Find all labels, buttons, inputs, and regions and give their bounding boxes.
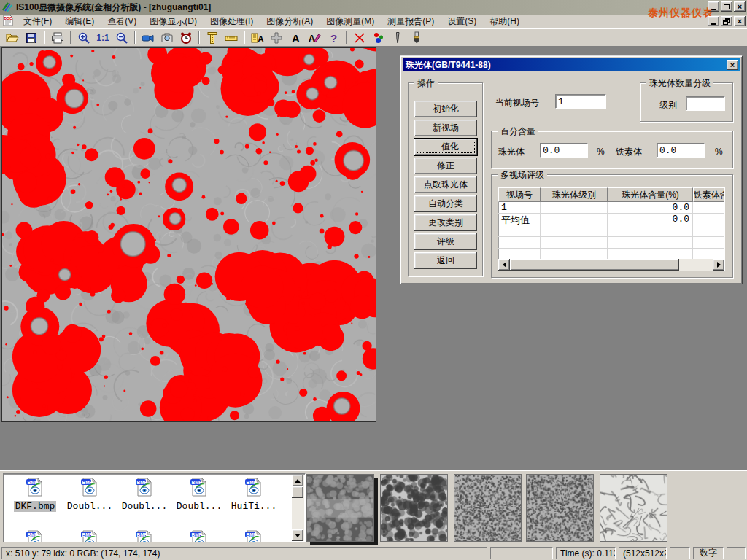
thumbnail-2[interactable] [380, 474, 448, 542]
column-header[interactable]: 珠光体含量(%) [608, 187, 693, 202]
zoom-out-button[interactable] [112, 30, 131, 46]
brush-button[interactable] [407, 30, 426, 46]
specimen-image[interactable] [1, 47, 376, 422]
minimize-button[interactable] [708, 1, 719, 12]
maximize-button[interactable] [721, 1, 732, 12]
file-item[interactable]: BMP [227, 529, 281, 542]
menu-item[interactable]: 图像分析(A) [260, 15, 320, 27]
help-button[interactable]: ? [324, 30, 343, 46]
scroll-left-button[interactable] [498, 259, 510, 271]
file-item[interactable]: BMPDoubl... [172, 477, 226, 512]
menu-item[interactable]: 图像显示(D) [143, 15, 204, 27]
file-item[interactable]: BMPDKF.bmp [8, 477, 62, 512]
ruler-button[interactable] [222, 30, 241, 46]
file-name[interactable]: Doubl... [120, 501, 169, 512]
thumbnail-4[interactable] [526, 474, 594, 542]
menu-item[interactable]: 图像测量(M) [320, 15, 381, 27]
table-row[interactable]: 平均值0.0 [498, 214, 724, 225]
percent-group: 百分含量 珠光体 % 铁素体 % [491, 131, 733, 168]
table-row[interactable] [498, 225, 724, 237]
column-header[interactable]: 视场号 [498, 187, 541, 202]
pearlite-dialog: 珠光体(GB/T9441-88) × 操作 初始化新视场二值化修正点取珠光体自动… [400, 55, 743, 284]
text-button[interactable]: A [286, 30, 305, 46]
zoom-in-button[interactable] [74, 30, 93, 46]
op-button-3[interactable]: 二值化 [414, 139, 477, 155]
op-button-8[interactable]: 评级 [414, 233, 477, 250]
mdi-close-button[interactable]: × [734, 16, 746, 26]
op-button-2[interactable]: 新视场 [414, 120, 477, 136]
scrollbar-thumb[interactable] [510, 259, 679, 271]
level-input[interactable] [686, 96, 725, 111]
measure-label-button[interactable]: A [248, 30, 267, 46]
file-name[interactable]: Doubl... [175, 501, 223, 512]
snapshot-button[interactable] [158, 30, 177, 46]
video-camera-button[interactable] [139, 30, 158, 46]
menu-item[interactable]: 帮助(H) [483, 15, 526, 27]
thumbnail-1[interactable] [306, 474, 374, 542]
op-button-4[interactable]: 修正 [414, 158, 477, 174]
column-header[interactable]: 珠光体级别 [541, 187, 608, 202]
menu-item[interactable]: 图像处理(I) [204, 15, 260, 27]
save-button[interactable] [22, 30, 41, 46]
table-horizontal-scrollbar[interactable] [498, 259, 724, 271]
timer-button[interactable] [177, 30, 196, 46]
annotate-button[interactable]: A [305, 30, 324, 46]
file-item[interactable]: BMP [117, 529, 171, 542]
print-button[interactable] [48, 30, 67, 46]
table-row[interactable] [498, 237, 724, 249]
thumbnail-5[interactable] [600, 474, 667, 542]
open-button[interactable] [3, 30, 22, 46]
caliper-button[interactable] [203, 30, 222, 46]
thumbnail-3[interactable] [454, 474, 522, 542]
menu-item[interactable]: 设置(S) [441, 15, 483, 27]
actual-size-button[interactable]: 1:1 [93, 30, 112, 46]
measure-label-icon: A [251, 31, 264, 44]
file-item[interactable]: BMP [63, 529, 117, 542]
op-button-7[interactable]: 更改类别 [414, 214, 477, 231]
table-row[interactable]: 10.0 [498, 202, 724, 214]
file-item[interactable]: BMPHuiTi... [227, 477, 281, 512]
document-icon[interactable]: DOC [2, 15, 14, 28]
mdi-restore-button[interactable] [721, 16, 732, 26]
ferrite-percent-input[interactable] [657, 143, 705, 158]
scroll-right-button[interactable] [713, 259, 724, 271]
scroll-up-button[interactable] [292, 475, 303, 486]
file-item[interactable]: BMPDoubl... [63, 477, 117, 512]
file-list[interactable]: BMPDKF.bmpBMPDoubl...BMPDoubl...BMPDoubl… [3, 473, 306, 542]
phase-particles-button[interactable] [369, 30, 388, 46]
dialog-title-bar[interactable]: 珠光体(GB/T9441-88) × [403, 58, 740, 71]
close-button[interactable]: × [734, 1, 746, 12]
menu-item[interactable]: 测量报告(P) [381, 15, 441, 27]
dialog-close-button[interactable]: × [727, 60, 738, 70]
level-label: 级别 [659, 99, 677, 112]
file-item[interactable]: BMP [172, 529, 226, 542]
phase-particles-icon [372, 31, 385, 44]
curve-edit-button[interactable] [350, 30, 369, 46]
curve-edit-icon [353, 31, 366, 44]
rating-table[interactable]: 视场号珠光体级别珠光体含量(%)铁素体含量(%) 10.0平均值0.0 [498, 187, 725, 271]
op-button-5[interactable]: 点取珠光体 [414, 176, 477, 193]
grid-button[interactable] [267, 30, 286, 46]
op-button-9[interactable]: 返回 [414, 252, 477, 269]
table-cell [608, 237, 693, 249]
scrollbar-thumb[interactable] [292, 486, 303, 498]
file-list-scrollbar[interactable] [292, 475, 304, 541]
pearlite-percent-input[interactable] [540, 143, 588, 158]
current-field-input[interactable] [555, 94, 606, 109]
file-item[interactable]: BMPDoubl... [117, 477, 171, 512]
title-bar: IS100显微摄像系统(金相分析版) - [zhuguangti01] × [0, 0, 747, 15]
file-name[interactable]: Doubl... [66, 501, 114, 512]
file-item[interactable]: BMP [8, 529, 62, 542]
pen-button[interactable] [388, 30, 407, 46]
menu-item[interactable]: 文件(F) [17, 15, 58, 27]
menu-item[interactable]: 编辑(E) [58, 15, 101, 27]
file-name[interactable]: HuiTi... [230, 501, 278, 512]
mdi-minimize-button[interactable] [708, 16, 719, 26]
menu-item[interactable]: 查看(V) [101, 15, 143, 27]
file-name[interactable]: DKF.bmp [14, 501, 57, 512]
text-icon: A [289, 31, 302, 44]
op-button-6[interactable]: 自动分类 [414, 195, 477, 212]
scroll-down-button[interactable] [292, 529, 303, 541]
column-header[interactable]: 铁素体含量(%) [693, 187, 725, 202]
op-button-1[interactable]: 初始化 [414, 101, 477, 117]
